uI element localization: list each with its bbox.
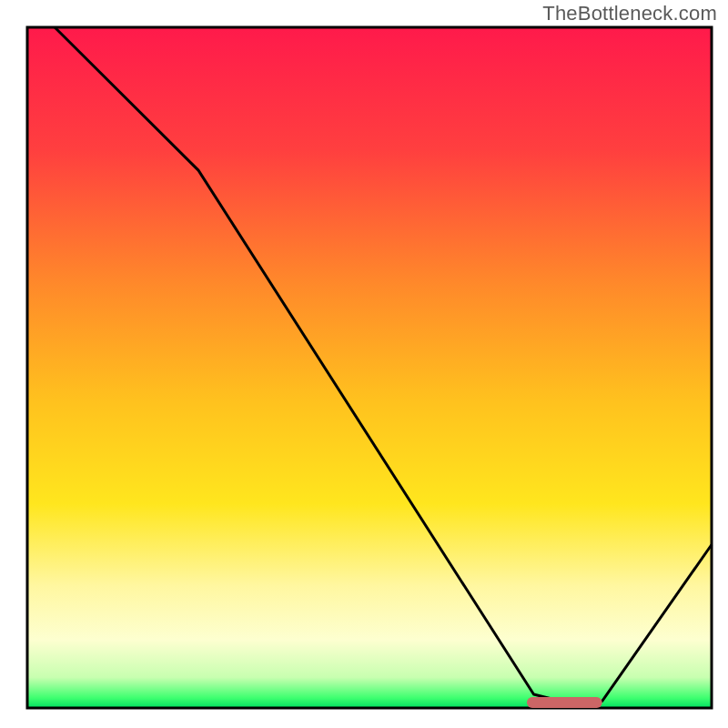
gradient-background [27, 27, 712, 708]
watermark-text: TheBottleneck.com [542, 2, 717, 25]
chart-container: TheBottleneck.com [0, 0, 728, 728]
optimal-range-marker [527, 697, 602, 708]
bottleneck-chart [0, 0, 728, 728]
plot-area [27, 27, 712, 708]
